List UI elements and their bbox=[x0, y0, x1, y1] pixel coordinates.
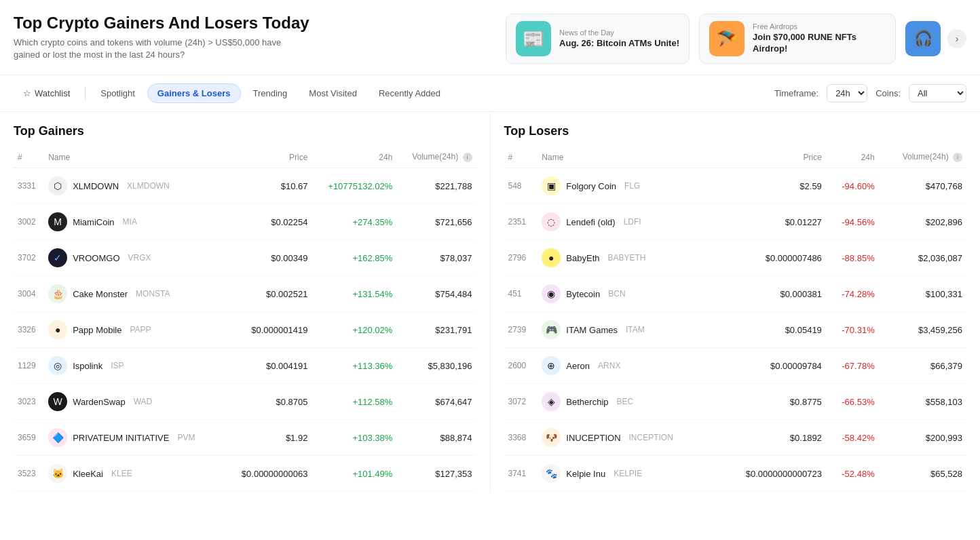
gainers-tbody: 3331 ⬡ XLMDOWN XLMDOWN $10.67 +10775132.… bbox=[14, 168, 476, 492]
losers-col-24h: 24h bbox=[826, 147, 879, 168]
tabs-row: ☆ Watchlist Spotlight Gainers & Losers T… bbox=[0, 75, 980, 112]
tab-spotlight[interactable]: Spotlight bbox=[91, 84, 145, 102]
losers-table: # Name Price 24h Volume(24h) i 548 ▣ Fol… bbox=[504, 147, 967, 492]
tab-watchlist[interactable]: ☆ Watchlist bbox=[14, 84, 79, 102]
gainer-coinname-3: Cake Monster bbox=[73, 289, 128, 299]
gainer-price-6: $0.8705 bbox=[225, 384, 312, 420]
losers-row-0[interactable]: 548 ▣ Folgory Coin FLG $2.59 -94.60% $47… bbox=[504, 168, 967, 204]
loser-volume-4: $3,459,256 bbox=[879, 312, 966, 348]
loser-change-5: -67.78% bbox=[826, 348, 879, 384]
gainers-row-4[interactable]: 3326 ● Papp Mobile PAPP $0.000001419 +12… bbox=[14, 312, 476, 348]
gainers-row-6[interactable]: 3023 W WardenSwap WAD $0.8705 +112.58% $… bbox=[14, 384, 476, 420]
tab-trending[interactable]: Trending bbox=[244, 84, 297, 102]
gainer-symbol-2: VRGX bbox=[128, 253, 151, 263]
news-card-1-label: News of the Day bbox=[559, 28, 679, 37]
loser-coinname-2: BabyEth bbox=[566, 253, 599, 263]
loser-coinname-0: Folgory Coin bbox=[566, 181, 616, 191]
loser-name-0: ▣ Folgory Coin FLG bbox=[538, 168, 717, 204]
gainer-volume-2: $78,037 bbox=[396, 240, 476, 276]
losers-row-8[interactable]: 3741 🐾 Kelpie Inu KELPIE $0.000000000072… bbox=[504, 456, 967, 492]
gainer-price-7: $1.92 bbox=[225, 420, 312, 456]
loser-name-4: 🎮 ITAM Games ITAM bbox=[538, 312, 717, 348]
loser-symbol-1: LDFI bbox=[624, 217, 641, 227]
loser-change-0: -94.60% bbox=[826, 168, 879, 204]
gainer-symbol-5: ISP bbox=[111, 361, 124, 370]
header-title-block: Top Crypto Gainers And Losers Today Whic… bbox=[14, 14, 492, 61]
gainers-row-2[interactable]: 3702 ✓ VROOMGO VRGX $0.00349 +162.85% $7… bbox=[14, 240, 476, 276]
gainer-change-2: +162.85% bbox=[312, 240, 396, 276]
gainers-row-3[interactable]: 3004 🎂 Cake Monster MONSTA $0.002521 +13… bbox=[14, 276, 476, 312]
gainer-rank-5: 1129 bbox=[14, 348, 44, 384]
loser-price-1: $0.01227 bbox=[717, 204, 826, 240]
losers-row-3[interactable]: 451 ◉ Bytecoin BCN $0.000381 -74.28% $10… bbox=[504, 276, 967, 312]
loser-name-6: ◈ Betherchip BEC bbox=[538, 384, 717, 420]
gainer-symbol-4: PAPP bbox=[130, 325, 151, 334]
loser-rank-1: 2351 bbox=[504, 204, 538, 240]
losers-row-7[interactable]: 3368 🐶 INUCEPTION INCEPTION $0.1892 -58.… bbox=[504, 420, 967, 456]
gainer-symbol-6: WAD bbox=[134, 397, 153, 406]
gainers-col-name: Name bbox=[44, 147, 225, 168]
gainers-row-7[interactable]: 3659 🔷 PRIVATEUM INITIATIVE PVM $1.92 +1… bbox=[14, 420, 476, 456]
nav-arrow-button[interactable]: › bbox=[947, 29, 966, 48]
gainer-coinname-7: PRIVATEUM INITIATIVE bbox=[73, 433, 169, 443]
loser-symbol-7: INCEPTION bbox=[629, 433, 673, 442]
losers-row-4[interactable]: 2739 🎮 ITAM Games ITAM $0.05419 -70.31% … bbox=[504, 312, 967, 348]
gainers-row-0[interactable]: 3331 ⬡ XLMDOWN XLMDOWN $10.67 +10775132.… bbox=[14, 168, 476, 204]
gainer-rank-8: 3523 bbox=[14, 456, 44, 492]
losers-row-5[interactable]: 2600 ⊕ Aeron ARNX $0.00009784 -67.78% $6… bbox=[504, 348, 967, 384]
loser-name-1: ◌ Lendefi (old) LDFI bbox=[538, 204, 717, 240]
star-icon: ☆ bbox=[23, 88, 31, 98]
loser-name-2: ● BabyEth BABYETH bbox=[538, 240, 717, 276]
loser-symbol-8: KELPIE bbox=[614, 469, 642, 478]
loser-rank-7: 3368 bbox=[504, 420, 538, 456]
losers-row-6[interactable]: 3072 ◈ Betherchip BEC $0.8775 -66.53% $5… bbox=[504, 384, 967, 420]
loser-price-5: $0.00009784 bbox=[717, 348, 826, 384]
gainer-icon-4: ● bbox=[48, 320, 67, 339]
loser-change-4: -70.31% bbox=[826, 312, 879, 348]
gainer-volume-7: $88,874 bbox=[396, 420, 476, 456]
losers-row-2[interactable]: 2796 ● BabyEth BABYETH $0.000007486 -88.… bbox=[504, 240, 967, 276]
losers-col-rank: # bbox=[504, 147, 538, 168]
tab-gainers-losers[interactable]: Gainers & Losers bbox=[147, 83, 241, 103]
news-card-2-title: Join $70,000 RUNE NFTs Airdrop! bbox=[753, 32, 886, 55]
loser-icon-2: ● bbox=[542, 248, 561, 267]
timeframe-label: Timeframe: bbox=[774, 88, 818, 98]
losers-row-1[interactable]: 2351 ◌ Lendefi (old) LDFI $0.01227 -94.5… bbox=[504, 204, 967, 240]
tab-watchlist-label: Watchlist bbox=[35, 88, 70, 98]
loser-price-3: $0.000381 bbox=[717, 276, 826, 312]
gainer-name-0: ⬡ XLMDOWN XLMDOWN bbox=[44, 168, 225, 204]
gainers-volume-info-icon[interactable]: i bbox=[463, 153, 472, 162]
gainers-col-rank: # bbox=[14, 147, 44, 168]
loser-price-4: $0.05419 bbox=[717, 312, 826, 348]
timeframe-select[interactable]: 24h 7d 30d bbox=[827, 84, 867, 102]
losers-col-name: Name bbox=[538, 147, 717, 168]
loser-volume-0: $470,768 bbox=[879, 168, 966, 204]
loser-coinname-4: ITAM Games bbox=[566, 325, 618, 335]
gainer-volume-1: $721,656 bbox=[396, 204, 476, 240]
gainer-icon-8: 🐱 bbox=[48, 464, 67, 483]
losers-tbody: 548 ▣ Folgory Coin FLG $2.59 -94.60% $47… bbox=[504, 168, 967, 492]
gainer-price-3: $0.002521 bbox=[225, 276, 312, 312]
gainer-icon-2: ✓ bbox=[48, 248, 67, 267]
gainer-name-5: ◎ Ispolink ISP bbox=[44, 348, 225, 384]
gainer-price-2: $0.00349 bbox=[225, 240, 312, 276]
loser-volume-8: $65,528 bbox=[879, 456, 966, 492]
tab-most-visited[interactable]: Most Visited bbox=[299, 84, 366, 102]
news-card-2[interactable]: 🪂 Free Airdrops Join $70,000 RUNE NFTs A… bbox=[699, 14, 896, 64]
gainer-change-1: +274.35% bbox=[312, 204, 396, 240]
loser-icon-3: ◉ bbox=[542, 284, 561, 303]
gainers-row-1[interactable]: 3002 M MiamiCoin MIA $0.02254 +274.35% $… bbox=[14, 204, 476, 240]
losers-volume-info-icon[interactable]: i bbox=[953, 153, 962, 162]
loser-symbol-5: ARNX bbox=[598, 361, 620, 370]
gainer-icon-1: M bbox=[48, 212, 67, 231]
losers-title: Top Losers bbox=[504, 124, 967, 138]
gainer-change-3: +131.54% bbox=[312, 276, 396, 312]
news-card-1[interactable]: 📰 News of the Day Aug. 26: Bitcoin ATMs … bbox=[506, 14, 690, 64]
gainer-volume-5: $5,830,196 bbox=[396, 348, 476, 384]
coins-select[interactable]: All Top 100 bbox=[909, 84, 966, 102]
losers-col-price: Price bbox=[717, 147, 826, 168]
gainers-row-8[interactable]: 3523 🐱 KleeKai KLEE $0.00000000063 +101.… bbox=[14, 456, 476, 492]
gainer-change-0: +10775132.02% bbox=[312, 168, 396, 204]
tab-recently-added[interactable]: Recently Added bbox=[369, 84, 450, 102]
gainers-row-5[interactable]: 1129 ◎ Ispolink ISP $0.004191 +113.36% $… bbox=[14, 348, 476, 384]
